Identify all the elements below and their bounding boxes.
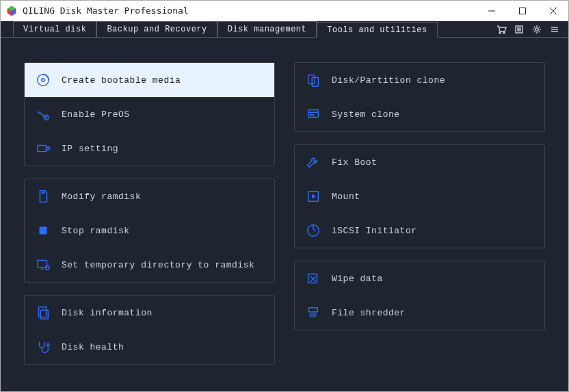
wrench-icon	[304, 153, 322, 171]
item-label: Fix Boot	[332, 157, 377, 168]
play-icon	[304, 187, 322, 205]
svg-point-7	[499, 32, 501, 34]
tab-backup-recovery[interactable]: Backup and Recovery	[96, 21, 217, 37]
svg-rect-35	[308, 110, 319, 118]
svg-rect-30	[39, 307, 47, 317]
svg-rect-26	[40, 227, 47, 235]
item-fix-boot[interactable]: Fix Boot	[295, 145, 544, 179]
item-iscsi-initiator[interactable]: iSCSI Initiator	[295, 213, 544, 248]
maximize-button[interactable]	[507, 1, 538, 21]
svg-rect-4	[519, 8, 525, 14]
svg-point-19	[44, 115, 49, 120]
tab-disk-management[interactable]: Disk management	[217, 21, 317, 37]
document-icon	[34, 304, 52, 322]
tools-group-mount: Fix Boot Mount iSCSI Initiator	[294, 144, 545, 248]
svg-marker-40	[312, 194, 316, 198]
right-column: Disk/Partition clone System clone Fix Bo…	[294, 62, 545, 365]
svg-rect-34	[312, 77, 318, 86]
item-mount[interactable]: Mount	[295, 179, 544, 213]
system-clone-icon	[304, 105, 322, 123]
iscsi-icon	[304, 222, 322, 239]
item-label: Enable PreOS	[62, 109, 130, 120]
item-create-bootable-media[interactable]: Create bootable media	[25, 63, 274, 97]
shredder-icon	[304, 304, 322, 322]
item-set-temp-ramdisk[interactable]: Set temporary directory to ramdisk	[25, 248, 274, 282]
item-label: Disk information	[62, 308, 153, 318]
close-button[interactable]	[538, 1, 568, 21]
tools-group-wipe: Wipe data File shredder	[294, 261, 545, 330]
stop-icon	[34, 222, 52, 239]
svg-rect-21	[38, 145, 47, 151]
settings-icon[interactable]	[530, 23, 544, 36]
item-label: Wipe data	[332, 274, 383, 284]
svg-rect-43	[309, 308, 318, 312]
tabbar-icons	[494, 21, 568, 37]
app-logo-icon	[6, 5, 17, 16]
item-label: Create bootable media	[62, 75, 181, 86]
item-label: System clone	[332, 109, 400, 120]
clone-icon	[304, 71, 322, 89]
disc-icon	[34, 71, 52, 89]
stethoscope-icon	[34, 338, 52, 356]
network-icon	[34, 140, 52, 157]
monitor-gear-icon	[34, 256, 52, 274]
tools-group-boot: Create bootable media Enable PreOS IP se…	[24, 62, 275, 166]
minimize-button[interactable]	[476, 1, 507, 21]
item-enable-preos[interactable]: Enable PreOS	[25, 97, 274, 131]
sdcard-icon	[34, 187, 52, 205]
svg-point-8	[503, 32, 505, 34]
tab-tools-utilities[interactable]: Tools and utilities	[317, 22, 437, 38]
svg-rect-33	[308, 75, 315, 84]
app-title: QILING Disk Master Professional	[23, 5, 476, 16]
eraser-icon	[304, 270, 322, 287]
svg-rect-27	[38, 261, 47, 267]
cart-icon[interactable]	[494, 23, 508, 36]
item-label: Set temporary directory to ramdisk	[62, 260, 254, 270]
svg-point-22	[47, 147, 50, 151]
gear-wrench-icon	[34, 105, 52, 123]
item-label: File shredder	[332, 308, 406, 318]
svg-point-37	[310, 114, 311, 116]
tools-group-clone: Disk/Partition clone System clone	[294, 62, 545, 132]
item-system-clone[interactable]: System clone	[295, 97, 544, 131]
tools-group-diskinfo: Disk information Disk health	[24, 295, 275, 365]
tabbar: Virtual disk Backup and Recovery Disk ma…	[1, 21, 568, 38]
item-file-shredder[interactable]: File shredder	[295, 296, 544, 330]
list-icon[interactable]	[512, 23, 526, 36]
item-wipe-data[interactable]: Wipe data	[295, 261, 544, 296]
item-stop-ramdisk[interactable]: Stop ramdisk	[25, 213, 274, 248]
item-label: Stop ramdisk	[62, 226, 130, 236]
svg-point-32	[47, 343, 50, 346]
item-disk-information[interactable]: Disk information	[25, 296, 274, 330]
svg-point-38	[313, 114, 314, 116]
item-label: Modify ramdisk	[62, 192, 141, 202]
svg-point-29	[46, 266, 50, 270]
svg-point-18	[42, 79, 45, 82]
svg-point-13	[535, 27, 538, 30]
item-ip-setting[interactable]: IP setting	[25, 131, 274, 166]
item-disk-partition-clone[interactable]: Disk/Partition clone	[295, 63, 544, 97]
tools-content: Create bootable media Enable PreOS IP se…	[1, 38, 568, 377]
menu-icon[interactable]	[548, 23, 561, 36]
item-label: Mount	[332, 192, 360, 202]
item-label: Disk health	[62, 342, 124, 352]
item-modify-ramdisk[interactable]: Modify ramdisk	[25, 179, 274, 213]
item-label: IP setting	[62, 144, 118, 154]
tab-virtual-disk[interactable]: Virtual disk	[13, 21, 96, 37]
tools-group-ramdisk: Modify ramdisk Stop ramdisk Set temporar…	[24, 179, 275, 283]
item-label: Disk/Partition clone	[332, 75, 445, 86]
item-disk-health[interactable]: Disk health	[25, 330, 274, 364]
item-label: iSCSI Initiator	[332, 226, 417, 236]
svg-rect-31	[40, 310, 48, 319]
svg-point-20	[45, 116, 47, 118]
left-column: Create bootable media Enable PreOS IP se…	[24, 62, 275, 365]
titlebar: QILING Disk Master Professional	[1, 1, 568, 21]
